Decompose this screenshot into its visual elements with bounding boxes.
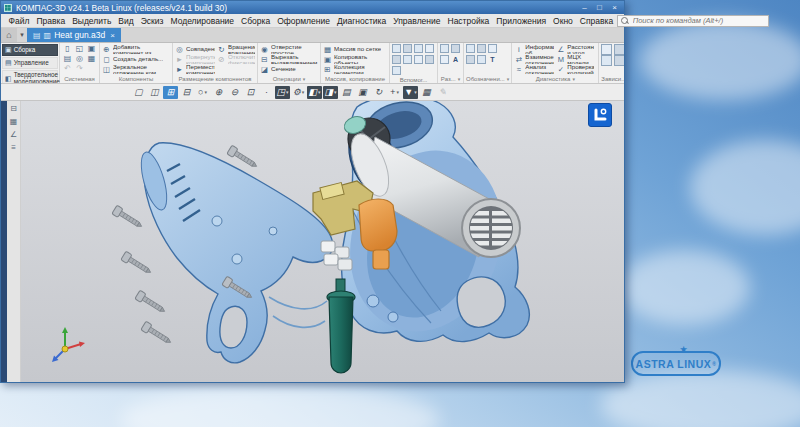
preview-icon[interactable]: ◎ — [74, 54, 85, 64]
aux-projection-icon[interactable] — [392, 66, 401, 75]
new-doc-icon[interactable]: ▯ — [62, 44, 73, 54]
group-caret-icon[interactable]: ▾ — [572, 75, 575, 83]
grid-icon[interactable]: ▦ — [86, 54, 97, 64]
mutual-deviation-button[interactable]: ⇄ Взаимное отклонение — [514, 54, 554, 64]
move-component-button[interactable]: ► Переместить компонент — [175, 64, 215, 74]
menu-file[interactable]: Файл — [5, 16, 33, 26]
screw[interactable] — [135, 290, 167, 315]
caret-icon[interactable]: ▾ — [334, 89, 337, 95]
command-search[interactable] — [617, 15, 769, 27]
caret-icon[interactable]: ▾ — [318, 89, 321, 95]
menu-help[interactable]: Справка — [576, 16, 616, 26]
view-settings-icon[interactable]: ⚙▾ — [291, 86, 306, 99]
print-icon[interactable]: ▤ — [62, 54, 73, 64]
mate-coincident-button[interactable]: ◎ Совпадение — [175, 44, 215, 54]
mass-properties-button[interactable]: M МЦХ модели — [556, 54, 594, 64]
aux-axis-icon[interactable] — [392, 44, 401, 53]
screw[interactable] — [141, 321, 173, 346]
aux-lcs-icon[interactable] — [425, 44, 434, 53]
caret-icon[interactable]: ▾ — [302, 89, 305, 95]
mirror-component-button[interactable]: ◫ Зеркальное отражение ком... — [102, 64, 170, 74]
geometry-collection-button[interactable]: ⊞ Коллекция геометрии — [323, 64, 387, 74]
dim-angular-icon[interactable] — [451, 44, 460, 53]
last-tool4-icon[interactable] — [614, 55, 624, 66]
note-text-icon[interactable]: Т — [488, 55, 497, 64]
add-component-button[interactable]: ⊕ Добавить компонент из... — [102, 44, 170, 54]
lcs-corner-widget[interactable] — [588, 103, 612, 127]
unfix-button[interactable]: ⊘ Отключить фиксацию — [217, 54, 255, 64]
filter-icon[interactable]: ▼▾ — [403, 86, 418, 99]
tab-heat-gun[interactable]: ▤ ▥ Heat gun.a3d × — [27, 28, 121, 42]
object-info-button[interactable]: i Информация об объекте — [514, 44, 554, 54]
section-button[interactable]: ◪ Сечение — [260, 64, 318, 74]
caret-icon[interactable]: ▾ — [286, 89, 289, 95]
heat-gun-assembly-model[interactable] — [21, 101, 624, 382]
tree-tab-icon[interactable]: ⊟ — [10, 104, 17, 113]
menu-diagnostics[interactable]: Диагностика — [333, 16, 389, 26]
rotation-rotation-button[interactable]: ↻ Вращение-вращение — [217, 44, 255, 54]
menu-window[interactable]: Окно — [550, 16, 577, 26]
menu-management[interactable]: Управление — [390, 16, 444, 26]
orientation-icon[interactable]: ◳▾ — [275, 86, 290, 99]
maximize-button[interactable]: □ — [593, 3, 606, 13]
screw[interactable] — [121, 251, 153, 276]
barrel-grille[interactable] — [462, 199, 520, 257]
dim-linear-icon[interactable] — [440, 44, 449, 53]
aux-contour-icon[interactable] — [425, 55, 434, 64]
mode-management[interactable]: ▤ Управление — [2, 57, 58, 69]
aux-point-icon[interactable] — [414, 44, 423, 53]
menu-applications[interactable]: Приложения — [493, 16, 550, 26]
menu-modeling[interactable]: Моделирование — [167, 16, 238, 26]
section-display-icon[interactable]: ◨▾ — [323, 86, 338, 99]
collision-check-button[interactable]: ✓ Проверка коллизий — [556, 64, 594, 74]
parameters-tab-icon[interactable]: ∠ — [10, 130, 17, 139]
new-window-icon[interactable]: ▢ — [131, 86, 146, 99]
cut-extrude-button[interactable]: ⊟ Вырезать выдавливанием — [260, 54, 318, 64]
copy-objects-button[interactable]: ▣ Копировать объекты — [323, 54, 387, 64]
clip-view-icon[interactable]: ▤ — [339, 86, 354, 99]
caret-icon[interactable]: ▾ — [396, 89, 399, 95]
zoom-select-icon[interactable]: ○▾ — [195, 86, 210, 99]
rotate-component-button[interactable]: ► Повернуть компонент — [175, 54, 215, 64]
trigger-slider[interactable] — [373, 250, 389, 269]
note-tolerance-icon[interactable] — [466, 55, 475, 64]
redo-icon[interactable]: ↷ — [74, 64, 85, 74]
menu-sketch[interactable]: Эскиз — [137, 16, 167, 26]
group-caret-icon[interactable]: ▾ — [507, 75, 510, 83]
group-caret-icon[interactable]: ▾ — [458, 75, 461, 83]
screw[interactable] — [112, 205, 144, 230]
search-input[interactable] — [631, 15, 765, 26]
menu-settings[interactable]: Настройка — [444, 16, 493, 26]
dim-letter-icon[interactable]: А — [451, 55, 460, 64]
grid-array-button[interactable]: ▦ Массив по сетке — [323, 44, 387, 54]
note-leader-icon[interactable] — [466, 44, 475, 53]
open-doc-icon[interactable]: ◱ — [74, 44, 85, 54]
group-caret-icon[interactable]: ▾ — [303, 75, 306, 83]
zoom-in-icon[interactable]: ⊕ — [211, 86, 226, 99]
home-tab-button[interactable]: ⌂ — [1, 28, 17, 42]
note-datum-icon[interactable] — [477, 44, 486, 53]
distance-angle-button[interactable]: ∠ Расстояние и угол — [556, 44, 594, 54]
menu-assembly[interactable]: Сборка — [238, 16, 274, 26]
mode-assembly[interactable]: ▣ Сборка — [2, 44, 58, 56]
pan-view-icon[interactable]: +▾ — [387, 86, 402, 99]
minimize-button[interactable]: – — [578, 3, 591, 13]
menu-select[interactable]: Выделить — [69, 16, 115, 26]
simple-hole-button[interactable]: ◉ Отверстие простое — [260, 44, 318, 54]
undo-icon[interactable]: ↶ — [62, 64, 73, 74]
last-tool3-icon[interactable] — [601, 55, 612, 66]
menu-tab-icon[interactable]: ≡ — [11, 143, 16, 152]
panels-icon[interactable]: ⊟ — [179, 86, 194, 99]
menu-view[interactable]: Вид — [115, 16, 137, 26]
nozzle-tube[interactable] — [327, 279, 355, 373]
close-button[interactable]: × — [608, 3, 621, 13]
last-tool2-icon[interactable] — [614, 44, 624, 55]
menu-drawing[interactable]: Оформление — [274, 16, 334, 26]
last-tool1-icon[interactable] — [601, 44, 612, 55]
aux-surface-icon[interactable] — [414, 55, 423, 64]
display-mode-icon[interactable]: ◧▾ — [307, 86, 322, 99]
zoom-out-icon[interactable]: ⊖ — [227, 86, 242, 99]
caret-icon[interactable]: ▾ — [204, 89, 207, 95]
grid-view-icon[interactable]: ▦ — [419, 86, 434, 99]
menu-edit[interactable]: Правка — [33, 16, 69, 26]
